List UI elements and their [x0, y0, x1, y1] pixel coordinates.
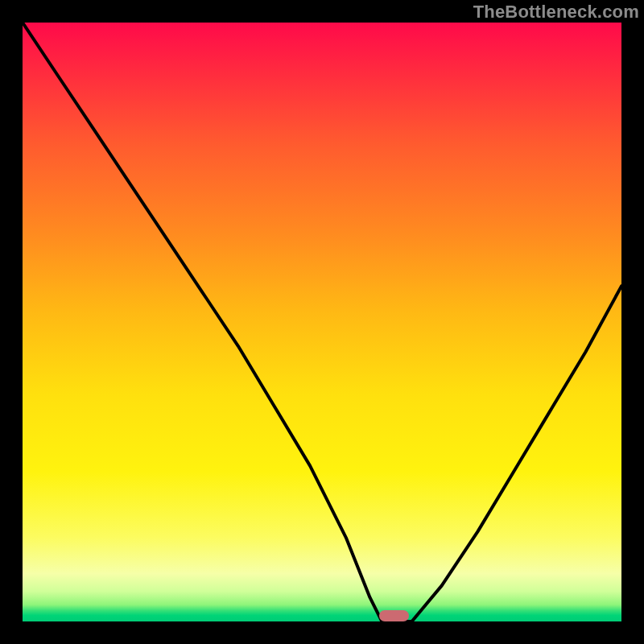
curve-path: [23, 23, 621, 621]
bottleneck-chart: TheBottleneck.com: [0, 0, 644, 644]
chart-curve: [23, 23, 621, 621]
plot-area: [23, 23, 621, 621]
watermark: TheBottleneck.com: [473, 2, 639, 23]
min-marker: [379, 610, 409, 621]
